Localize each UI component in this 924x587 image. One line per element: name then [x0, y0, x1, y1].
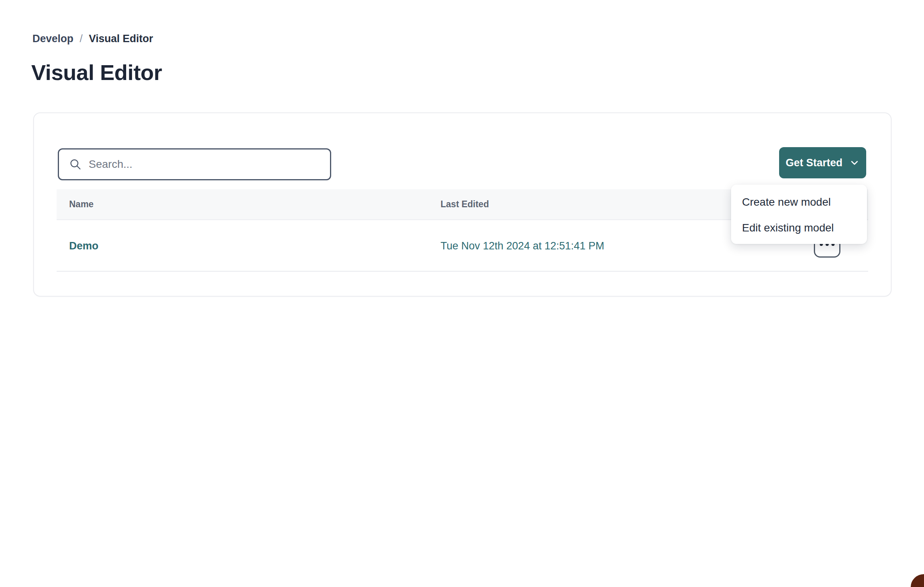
menu-item-edit-existing-model[interactable]: Edit existing model	[731, 215, 867, 241]
page-title: Visual Editor	[31, 59, 162, 86]
corner-accent-shape	[911, 574, 924, 587]
search-icon	[69, 158, 82, 171]
get-started-label: Get Started	[786, 157, 843, 169]
model-name-link[interactable]: Demo	[69, 240, 98, 252]
models-card: Get Started Name Last Edited Demo Tue No…	[33, 112, 892, 297]
get-started-button[interactable]: Get Started	[779, 147, 866, 178]
breadcrumb-separator: /	[80, 32, 83, 45]
search-box	[58, 148, 331, 180]
column-header-name: Name	[69, 199, 441, 210]
search-input[interactable]	[89, 158, 321, 171]
model-last-edited: Tue Nov 12th 2024 at 12:51:41 PM	[441, 240, 604, 252]
menu-item-create-new-model[interactable]: Create new model	[731, 189, 867, 215]
row-divider	[57, 271, 868, 272]
breadcrumb-link-develop[interactable]: Develop	[32, 32, 73, 45]
breadcrumb: Develop / Visual Editor	[32, 32, 153, 45]
get-started-menu: Create new model Edit existing model	[731, 185, 867, 244]
breadcrumb-current: Visual Editor	[89, 32, 153, 45]
chevron-down-icon	[849, 158, 860, 168]
